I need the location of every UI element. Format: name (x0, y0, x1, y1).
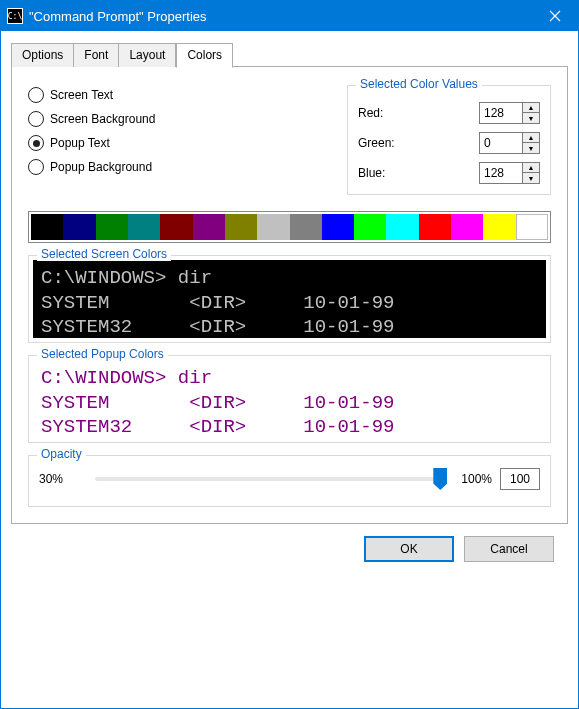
red-down-button[interactable]: ▼ (522, 113, 540, 124)
radio-icon (28, 87, 44, 103)
tabpage-colors: Screen Text Screen Background Popup Text (11, 66, 568, 524)
rgb-red-row: Red: ▲ ▼ (358, 102, 540, 124)
cancel-button[interactable]: Cancel (464, 536, 554, 562)
swatch-0[interactable] (31, 214, 63, 240)
rgb-group: Selected Color Values Red: ▲ ▼ (347, 85, 551, 195)
color-target-group: Screen Text Screen Background Popup Text (28, 81, 347, 195)
color-palette (28, 211, 551, 243)
blue-input[interactable] (479, 162, 523, 184)
tab-options[interactable]: Options (11, 43, 74, 67)
green-label: Green: (358, 136, 418, 150)
popup-preview: C:\WINDOWS> dir SYSTEM <DIR> 10-01-99 SY… (33, 360, 546, 438)
green-input[interactable] (479, 132, 523, 154)
dialog-footer: OK Cancel (11, 524, 568, 576)
tabstrip: Options Font Layout Colors (11, 43, 568, 67)
blue-up-button[interactable]: ▲ (522, 162, 540, 173)
screen-preview-legend: Selected Screen Colors (37, 247, 171, 261)
opacity-max-label: 100% (461, 472, 492, 486)
radio-screen-background[interactable]: Screen Background (28, 111, 347, 127)
swatch-6[interactable] (225, 214, 257, 240)
swatch-13[interactable] (451, 214, 483, 240)
rgb-legend: Selected Color Values (356, 77, 482, 91)
opacity-value-input[interactable] (500, 468, 540, 490)
swatch-4[interactable] (160, 214, 192, 240)
swatch-9[interactable] (322, 214, 354, 240)
window-title: "Command Prompt" Properties (29, 9, 532, 24)
opacity-legend: Opacity (37, 447, 86, 461)
swatch-15[interactable] (516, 214, 548, 240)
swatch-11[interactable] (386, 214, 418, 240)
red-input[interactable] (479, 102, 523, 124)
radio-icon (28, 159, 44, 175)
close-button[interactable] (532, 1, 578, 31)
swatch-14[interactable] (483, 214, 515, 240)
opacity-slider[interactable] (95, 477, 447, 481)
opacity-min-label: 30% (39, 472, 81, 486)
green-up-button[interactable]: ▲ (522, 132, 540, 143)
radio-popup-background[interactable]: Popup Background (28, 159, 347, 175)
radio-icon (28, 135, 44, 151)
tab-colors[interactable]: Colors (176, 43, 233, 68)
close-icon (549, 10, 561, 22)
swatch-2[interactable] (96, 214, 128, 240)
opacity-slider-thumb[interactable] (433, 468, 447, 490)
red-spinner: ▲ ▼ (479, 102, 540, 124)
radio-icon (28, 111, 44, 127)
radio-label: Popup Background (50, 160, 152, 174)
properties-window: C:\ "Command Prompt" Properties Options … (0, 0, 579, 709)
radio-screen-text[interactable]: Screen Text (28, 87, 347, 103)
opacity-group: Opacity 30% 100% (28, 455, 551, 507)
rgb-blue-row: Blue: ▲ ▼ (358, 162, 540, 184)
radio-label: Screen Text (50, 88, 113, 102)
green-down-button[interactable]: ▼ (522, 143, 540, 154)
radio-popup-text[interactable]: Popup Text (28, 135, 347, 151)
swatch-10[interactable] (354, 214, 386, 240)
popup-preview-group: Selected Popup Colors C:\WINDOWS> dir SY… (28, 355, 551, 443)
red-label: Red: (358, 106, 418, 120)
green-spinner: ▲ ▼ (479, 132, 540, 154)
titlebar: C:\ "Command Prompt" Properties (1, 1, 578, 31)
radio-label: Popup Text (50, 136, 110, 150)
tab-layout[interactable]: Layout (119, 43, 176, 67)
window-body: Options Font Layout Colors Screen Text S… (1, 31, 578, 708)
swatch-5[interactable] (193, 214, 225, 240)
blue-label: Blue: (358, 166, 418, 180)
blue-down-button[interactable]: ▼ (522, 173, 540, 184)
swatch-3[interactable] (128, 214, 160, 240)
swatch-8[interactable] (290, 214, 322, 240)
red-up-button[interactable]: ▲ (522, 102, 540, 113)
rgb-green-row: Green: ▲ ▼ (358, 132, 540, 154)
swatch-1[interactable] (63, 214, 95, 240)
swatch-7[interactable] (257, 214, 289, 240)
cmd-icon: C:\ (7, 8, 23, 24)
screen-preview: C:\WINDOWS> dir SYSTEM <DIR> 10-01-99 SY… (33, 260, 546, 338)
screen-preview-group: Selected Screen Colors C:\WINDOWS> dir S… (28, 255, 551, 343)
swatch-12[interactable] (419, 214, 451, 240)
blue-spinner: ▲ ▼ (479, 162, 540, 184)
ok-button[interactable]: OK (364, 536, 454, 562)
tab-font[interactable]: Font (74, 43, 119, 67)
tabs: Options Font Layout Colors Screen Text S… (11, 43, 568, 524)
popup-preview-legend: Selected Popup Colors (37, 347, 168, 361)
radio-label: Screen Background (50, 112, 155, 126)
